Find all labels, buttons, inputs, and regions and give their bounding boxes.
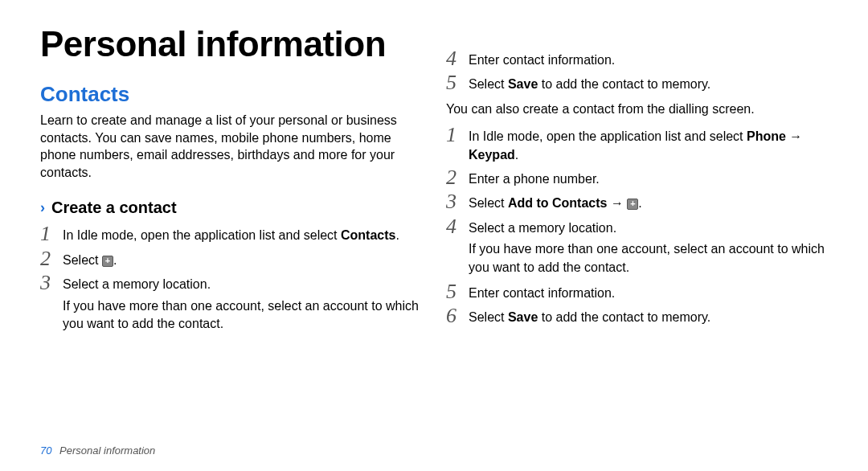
step-number: 1: [40, 223, 63, 244]
footer-page-number: 70: [40, 444, 51, 457]
step-number: 3: [446, 191, 469, 212]
step-number: 5: [446, 72, 469, 93]
step-text: Select a memory location.: [469, 216, 616, 237]
step-text: In Idle mode, open the application list …: [469, 125, 828, 164]
text-part: .: [638, 196, 641, 210]
step-text: Select Save to add the contact to memory…: [469, 72, 710, 93]
step-number: 4: [446, 48, 469, 69]
text-part: to add the contact to memory.: [538, 77, 710, 91]
text-part: Select: [63, 253, 102, 267]
step-text: Select Add to Contacts → .: [469, 191, 642, 212]
step-b6: 6 Select Save to add the contact to memo…: [446, 305, 828, 326]
text-part: Select: [469, 310, 508, 324]
step-b4: 4 Select a memory location.: [446, 216, 828, 237]
text-part: to add the contact to memory.: [538, 310, 710, 324]
step-b4-sub: If you have more than one account, selec…: [469, 240, 828, 276]
bold-save: Save: [508, 77, 538, 91]
step-b1: 1 In Idle mode, open the application lis…: [446, 125, 828, 164]
step-text: Select Save to add the contact to memory…: [469, 305, 710, 326]
footer: 70 Personal information: [40, 444, 155, 457]
text-part: Select: [469, 196, 508, 210]
section-title: Contacts: [40, 82, 422, 107]
step-text: Enter contact information.: [469, 281, 615, 302]
text-part: .: [113, 253, 117, 267]
step-text: Enter contact information.: [469, 48, 615, 69]
text-part: In Idle mode, open the application list …: [63, 228, 341, 242]
step-number: 2: [446, 167, 469, 188]
bold-add-contacts: Add to Contacts: [508, 196, 608, 210]
subsection-header: › Create a contact: [40, 199, 422, 217]
right-bottom-step-list-cont: 5 Enter contact information. 6 Select Sa…: [446, 281, 828, 330]
step-2: 2 Select .: [40, 248, 422, 269]
left-step-list: 1 In Idle mode, open the application lis…: [40, 223, 422, 297]
add-icon: [102, 256, 113, 267]
step-text: In Idle mode, open the application list …: [63, 223, 399, 244]
step-b3: 3 Select Add to Contacts → .: [446, 191, 828, 212]
right-bottom-step-list: 1 In Idle mode, open the application lis…: [446, 125, 828, 240]
step-3: 3 Select a memory location.: [40, 272, 422, 293]
step-number: 6: [446, 305, 469, 326]
step-number: 1: [446, 125, 469, 145]
text-part: .: [515, 148, 518, 162]
step-text: Select .: [63, 248, 117, 269]
right-top-step-list: 4 Enter contact information. 5 Select Sa…: [446, 48, 828, 97]
page-content: Personal information Contacts Learn to c…: [40, 24, 828, 455]
step-number: 5: [446, 281, 469, 302]
step-number: 3: [40, 272, 63, 293]
main-title: Personal information: [40, 24, 422, 64]
step-3-sub: If you have more than one account, selec…: [63, 297, 422, 334]
text-part: .: [395, 228, 399, 242]
bold-contacts: Contacts: [341, 228, 395, 242]
subsection-title: Create a contact: [51, 199, 177, 217]
text-part: →: [786, 129, 802, 143]
step-4: 4 Enter contact information.: [446, 48, 828, 69]
step-number: 2: [40, 248, 63, 269]
bold-keypad: Keypad: [469, 148, 515, 162]
text-part: Select: [469, 77, 508, 91]
continuation-text: You can also create a contact from the d…: [446, 100, 828, 118]
step-5: 5 Select Save to add the contact to memo…: [446, 72, 828, 93]
step-1: 1 In Idle mode, open the application lis…: [40, 223, 422, 244]
add-icon: [627, 199, 638, 210]
step-number: 4: [446, 216, 469, 237]
step-b5: 5 Enter contact information.: [446, 281, 828, 302]
footer-text: Personal information: [59, 444, 155, 457]
intro-text: Learn to create and manage a list of you…: [40, 112, 422, 181]
text-part: →: [607, 196, 627, 210]
step-text: Select a memory location.: [63, 272, 211, 293]
bold-save: Save: [508, 310, 538, 324]
right-column: 4 Enter contact information. 5 Select Sa…: [446, 24, 828, 455]
step-text: Enter a phone number.: [469, 167, 600, 188]
step-b2: 2 Enter a phone number.: [446, 167, 828, 188]
left-column: Personal information Contacts Learn to c…: [40, 24, 422, 455]
text-part: In Idle mode, open the application list …: [469, 129, 747, 143]
bold-phone: Phone: [747, 129, 786, 143]
chevron-icon: ›: [40, 199, 45, 216]
